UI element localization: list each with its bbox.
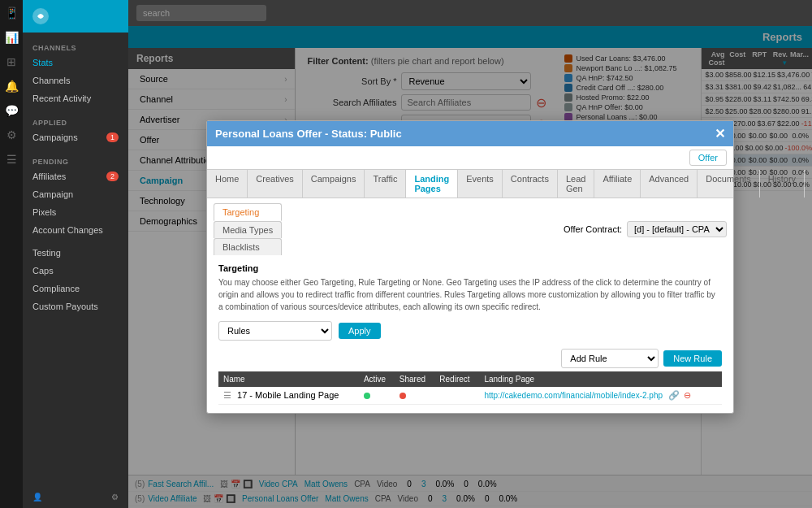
- user-settings-icon[interactable]: ⚙: [111, 493, 119, 501]
- topbar: [128, 0, 812, 26]
- table-col-active: Active: [359, 371, 395, 387]
- table-col-redirect: Redirect: [434, 371, 479, 387]
- modal-tab-advanced[interactable]: Advanced: [641, 170, 698, 198]
- sidebar: CHANNELS Stats Channels Recent Activity …: [23, 0, 128, 508]
- sidebar-item-affiliates[interactable]: Affiliates 2: [23, 167, 128, 185]
- modal-tab-campaigns[interactable]: Campaigns: [303, 170, 365, 198]
- targeting-desc: You may choose either Geo Targeting, Rul…: [218, 276, 722, 313]
- row-redirect: [434, 387, 479, 405]
- modal-header: Personal Loans Offer - Status: Public ✕: [207, 121, 733, 146]
- nav-icon-stats[interactable]: 📊: [5, 31, 19, 44]
- modal-tab-history[interactable]: History: [760, 170, 805, 198]
- sidebar-item-custom-payouts[interactable]: Custom Payouts: [23, 297, 128, 315]
- row-active: [359, 387, 395, 405]
- modal-sub-tabs: TargetingMedia TypesBlacklists Offer Con…: [207, 198, 733, 255]
- modal-tab-contracts[interactable]: Contracts: [503, 170, 558, 198]
- modal-tab-home[interactable]: Home: [207, 170, 248, 198]
- modal-overlay: Personal Loans Offer - Status: Public ✕ …: [128, 26, 812, 508]
- row-landing-page-icon[interactable]: 🔗: [668, 390, 680, 400]
- modal-tab-documents[interactable]: Documents: [698, 170, 760, 198]
- section-applied-label: APPLIED: [23, 112, 128, 128]
- add-rule-area: Add Rule New Rule: [218, 349, 722, 368]
- nav-icon-settings[interactable]: ⚙: [6, 128, 17, 141]
- nav-icon-grid[interactable]: ⊞: [6, 55, 16, 68]
- search-input[interactable]: [136, 5, 266, 21]
- modal-close-button[interactable]: ✕: [715, 126, 725, 141]
- sidebar-item-channels[interactable]: Channels: [23, 72, 128, 89]
- row-delete-icon[interactable]: ⊖: [684, 390, 691, 400]
- modal-landing-page-table: Name Active Shared Redirect Landing Page…: [218, 371, 722, 405]
- sidebar-item-campaigns[interactable]: Campaigns 1: [23, 128, 128, 146]
- sidebar-item-pixels[interactable]: Pixels: [23, 203, 128, 221]
- app-logo: [23, 0, 128, 33]
- campaigns-badge: 1: [106, 132, 119, 142]
- section-channels-label: CHANNELS: [23, 37, 128, 54]
- main-content: Reports Reports Source›Channel›Advertise…: [128, 0, 812, 508]
- new-rule-button[interactable]: New Rule: [663, 350, 722, 367]
- sidebar-item-compliance[interactable]: Compliance: [23, 280, 128, 297]
- offer-contract-select[interactable]: [d] - [default] - CPA: [627, 221, 727, 237]
- modal-tab-affiliate[interactable]: Affiliate: [594, 170, 641, 198]
- modal-tab-lead-gen[interactable]: Lead Gen: [558, 170, 594, 198]
- offer-contract-area: Offer Contract: [d] - [default] - CPA: [564, 221, 727, 237]
- apply-button[interactable]: Apply: [339, 323, 381, 339]
- offer-contract-label: Offer Contract:: [564, 224, 622, 234]
- sidebar-item-testing[interactable]: Testing: [23, 244, 128, 262]
- offer-button[interactable]: Offer: [689, 150, 727, 166]
- sidebar-item-caps[interactable]: Caps: [23, 262, 128, 280]
- sidebar-item-stats[interactable]: Stats: [23, 54, 128, 72]
- modal-tab-landing-pages[interactable]: Landing Pages: [406, 170, 458, 198]
- modal-tab-traffic[interactable]: Traffic: [365, 170, 406, 198]
- user-avatar[interactable]: 👤: [32, 493, 42, 501]
- nav-icon-bell[interactable]: 🔔: [5, 80, 19, 93]
- affiliates-badge: 2: [106, 172, 119, 181]
- icon-bar: 📱 📊 ⊞ 🔔 💬 ⚙ ☰: [0, 0, 23, 508]
- modal-tab-creatives[interactable]: Creatives: [248, 170, 302, 198]
- table-col-shared: Shared: [395, 371, 435, 387]
- modal-sub-tab-blacklists[interactable]: Blacklists: [214, 238, 282, 255]
- add-rule-select[interactable]: Add Rule: [561, 349, 659, 368]
- targeting-type-select[interactable]: Rules: [218, 321, 332, 341]
- modal-tabs: HomeCreativesCampaignsTrafficLanding Pag…: [207, 170, 733, 198]
- modal-sub-tab-media types[interactable]: Media Types: [214, 221, 282, 238]
- row-name: ☰ 17 - Mobile Landing Page: [218, 387, 359, 405]
- table-col-landing-page: Landing Page: [479, 371, 722, 387]
- modal-sub-tab-targeting[interactable]: Targeting: [214, 203, 282, 221]
- targeting-title: Targeting: [218, 263, 722, 273]
- sidebar-item-account-changes[interactable]: Account Changes: [23, 221, 128, 239]
- nav-icon-list[interactable]: ☰: [6, 153, 17, 166]
- sidebar-item-campaign[interactable]: Campaign: [23, 185, 128, 203]
- rule-select-row: Rules Apply: [218, 321, 722, 341]
- modal-personal-loans: Personal Loans Offer - Status: Public ✕ …: [206, 120, 734, 414]
- modal-tab-events[interactable]: Events: [458, 170, 503, 198]
- row-landing-page: http://cakedemo.com/financial/mobile/ind…: [479, 387, 722, 405]
- nav-icon-phone[interactable]: 📱: [5, 7, 19, 20]
- modal-title: Personal Loans Offer - Status: Public: [215, 128, 402, 140]
- section-pending-label: PENDING: [23, 151, 128, 167]
- modal-body: Targeting You may choose either Geo Targ…: [207, 255, 733, 413]
- nav-icon-chat[interactable]: 💬: [5, 104, 19, 117]
- table-row: ☰ 17 - Mobile Landing Page http://cakede…: [218, 387, 722, 405]
- table-col-name: Name: [218, 371, 359, 387]
- sidebar-item-recent-activity[interactable]: Recent Activity: [23, 89, 128, 107]
- row-shared: [395, 387, 435, 405]
